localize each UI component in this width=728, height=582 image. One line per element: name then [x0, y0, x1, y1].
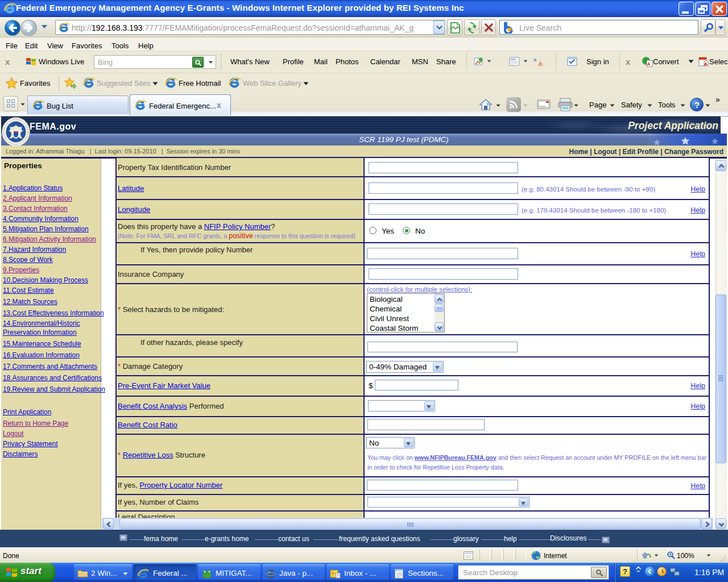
- svg-text:あ: あ: [538, 61, 543, 66]
- svg-text:A: A: [647, 62, 650, 66]
- svg-text:a: a: [533, 57, 536, 63]
- svg-text:A: A: [704, 61, 708, 66]
